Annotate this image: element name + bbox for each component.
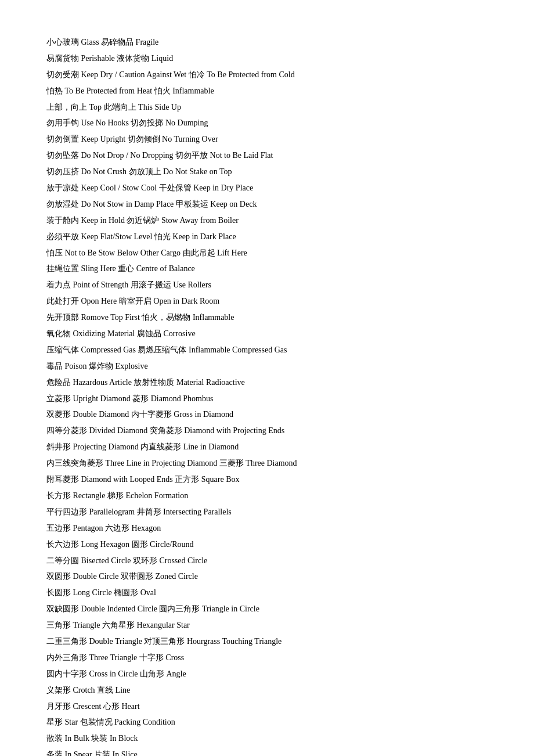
list-item: 平行四边形 Parallelogram 井筒形 Intersecting Par… <box>46 505 488 520</box>
list-item: 四等分菱形 Divided Diamond 突角菱形 Diamond with … <box>46 423 488 438</box>
list-item: 斜井形 Projecting Diamond 内直线菱形 Line in Dia… <box>46 440 488 455</box>
list-item: 立菱形 Upright Diamond 菱形 Diamond Phombus <box>46 391 488 406</box>
list-item: 切勿坠落 Do Not Drop / No Dropping 切勿平放 Not … <box>46 148 488 163</box>
list-item: 危险品 Hazardous Article 放射性物质 Material Rad… <box>46 375 488 390</box>
list-item: 压缩气体 Compressed Gas 易燃压缩气体 Inflammable C… <box>46 343 488 358</box>
list-item: 二等分圆 Bisected Circle 双环形 Crossed Circle <box>46 553 488 568</box>
list-item: 圆内十字形 Cross in Circle 山角形 Angle <box>46 667 488 682</box>
list-item: 二重三角形 Double Triangle 对顶三角形 Hourgrass To… <box>46 634 488 649</box>
list-item: 氧化物 Oxidizing Material 腐蚀品 Corrosive <box>46 326 488 341</box>
list-item: 毒品 Poison 爆炸物 Explosive <box>46 359 488 374</box>
list-item: 内外三角形 Three Triangle 十字形 Cross <box>46 650 488 665</box>
list-item: 着力点 Point of Strength 用滚子搬运 Use Rollers <box>46 278 488 293</box>
list-item: 月牙形 Crescent 心形 Heart <box>46 699 488 714</box>
list-item: 散装 In Bulk 块装 In Block <box>46 731 488 746</box>
list-item: 勿用手钩 Use No Hooks 切勿投掷 No Dumping <box>46 116 488 131</box>
list-item: 易腐货物 Perishable 液体货物 Liquid <box>46 51 488 66</box>
list-item: 义架形 Crotch 直线 Line <box>46 683 488 698</box>
list-item: 条装 In Spear 片装 In Slice <box>46 747 488 756</box>
list-item: 勿放湿处 Do Not Stow in Damp Place 甲板装运 Keep… <box>46 197 488 212</box>
list-item: 切勿倒置 Keep Upright 切勿倾倒 No Turning Over <box>46 132 488 147</box>
list-item: 内三线突角菱形 Three Line in Projecting Diamond… <box>46 456 488 471</box>
list-item: 三角形 Triangle 六角星形 Hexangular Star <box>46 618 488 633</box>
list-item: 放于凉处 Keep Cool / Stow Cool 干处保管 Keep in … <box>46 181 488 196</box>
list-item: 双菱形 Double Diamond 内十字菱形 Gross in Diamon… <box>46 407 488 422</box>
list-item: 切勿受潮 Keep Dry / Caution Against Wet 怕冷 T… <box>46 67 488 82</box>
list-item: 长六边形 Long Hexagon 圆形 Circle/Round <box>46 537 488 552</box>
list-item: 五边形 Pentagon 六边形 Hexagon <box>46 521 488 536</box>
list-item: 上部，向上 Top 此端向上 This Side Up <box>46 100 488 115</box>
content: 小心玻璃 Glass 易碎物品 Fragile易腐货物 Perishable 液… <box>46 35 488 756</box>
list-item: 长圆形 Long Circle 椭圆形 Oval <box>46 585 488 600</box>
list-item: 双圆形 Double Circle 双带圆形 Zoned Circle <box>46 569 488 584</box>
list-item: 怕压 Not to Be Stow Below Other Cargo 由此吊起… <box>46 246 488 261</box>
list-item: 挂绳位置 Sling Here 重心 Centre of Balance <box>46 261 488 276</box>
list-item: 附耳菱形 Diamond with Looped Ends 正方形 Square… <box>46 472 488 487</box>
list-item: 必须平放 Keep Flat/Stow Level 怕光 Keep in Dar… <box>46 229 488 244</box>
list-item: 小心玻璃 Glass 易碎物品 Fragile <box>46 35 488 50</box>
list-item: 先开顶部 Romove Top First 怕火，易燃物 Inflammable <box>46 310 488 325</box>
list-item: 怕热 To Be Protected from Heat 怕火 Inflamma… <box>46 84 488 99</box>
list-item: 切勿压挤 Do Not Crush 勿放顶上 Do Not Stake on T… <box>46 164 488 179</box>
list-item: 双缺圆形 Double Indented Circle 圆内三角形 Triang… <box>46 602 488 617</box>
list-item: 长方形 Rectangle 梯形 Echelon Formation <box>46 488 488 503</box>
list-item: 星形 Star 包装情况 Packing Condition <box>46 715 488 730</box>
list-item: 此处打开 Opon Here 暗室开启 Open in Dark Room <box>46 294 488 309</box>
list-item: 装于舱内 Keep in Hold 勿近锅炉 Stow Away from Bo… <box>46 213 488 228</box>
